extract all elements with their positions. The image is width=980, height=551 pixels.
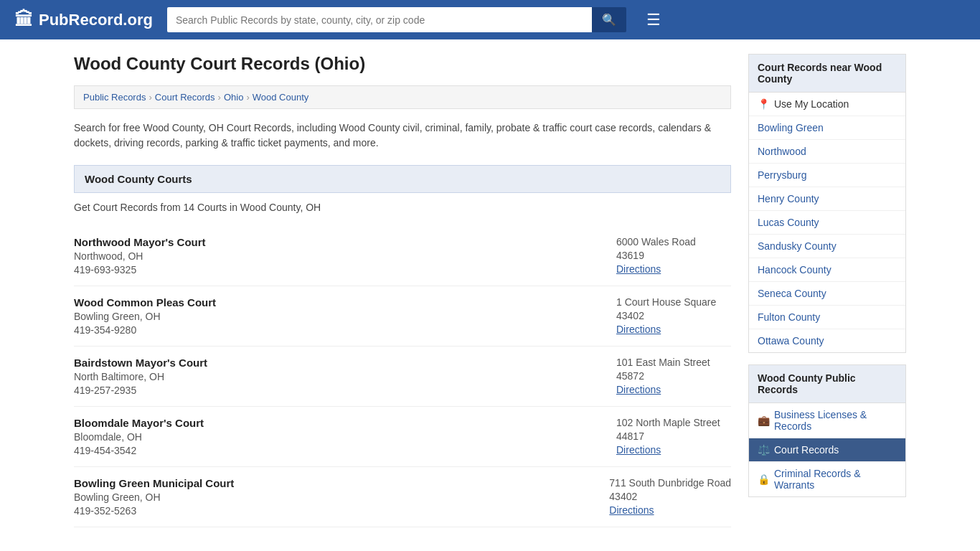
- court-address: 1 Court House Square: [616, 296, 731, 308]
- breadcrumb-ohio[interactable]: Ohio: [224, 92, 243, 103]
- court-zip: 43402: [609, 491, 731, 502]
- court-phone: 419-257-2935: [74, 385, 602, 396]
- nearby-items-list: Bowling GreenNorthwoodPerrysburgHenry Co…: [749, 116, 905, 352]
- court-zip: 43619: [616, 250, 731, 261]
- main-container: Wood County Court Records (Ohio) Public …: [60, 39, 920, 542]
- page-description: Search for free Wood County, OH Court Re…: [74, 121, 731, 151]
- court-left-2: Bairdstown Mayor's Court North Baltimore…: [74, 357, 602, 396]
- court-address: 6000 Wales Road: [616, 236, 731, 248]
- nearby-item-1[interactable]: Northwood: [749, 140, 905, 164]
- court-name: Northwood Mayor's Court: [74, 236, 602, 248]
- breadcrumb-sep-2: ›: [218, 92, 221, 103]
- search-button[interactable]: 🔍: [592, 7, 626, 32]
- public-records-box: Wood County Public Records 💼Business Lic…: [748, 364, 906, 497]
- court-right-4: 711 South Dunbridge Road 43402 Direction…: [595, 477, 731, 517]
- nearby-item-8[interactable]: Fulton County: [749, 306, 905, 329]
- search-form: 🔍: [167, 7, 626, 32]
- court-phone: 419-454-3542: [74, 445, 602, 456]
- nearby-item-6[interactable]: Hancock County: [749, 258, 905, 282]
- public-records-items-list: 💼Business Licenses & Records⚖️Court Reco…: [749, 403, 905, 496]
- breadcrumb: Public Records › Court Records › Ohio › …: [74, 85, 731, 109]
- menu-button[interactable]: ☰: [646, 11, 661, 29]
- logo-icon: 🏛: [14, 9, 33, 31]
- nearby-item-9[interactable]: Ottawa County: [749, 329, 905, 352]
- courts-count: Get Court Records from 14 Courts in Wood…: [74, 202, 731, 213]
- court-left-1: Wood Common Pleas Court Bowling Green, O…: [74, 296, 602, 336]
- search-input[interactable]: [167, 7, 592, 32]
- court-left-0: Northwood Mayor's Court Northwood, OH 41…: [74, 236, 602, 276]
- nearby-item-5[interactable]: Sandusky County: [749, 235, 905, 258]
- court-city: Bowling Green, OH: [74, 311, 602, 322]
- court-city: Bloomdale, OH: [74, 431, 602, 443]
- court-right-3: 102 North Maple Street 44817 Directions: [602, 417, 731, 456]
- public-records-item-1[interactable]: ⚖️Court Records: [749, 438, 905, 462]
- court-name: Wood Common Pleas Court: [74, 296, 602, 309]
- court-name: Bairdstown Mayor's Court: [74, 357, 602, 369]
- site-header: 🏛 PubRecord.org 🔍 ☰: [0, 0, 980, 39]
- use-location-label: Use My Location: [774, 98, 849, 110]
- directions-link[interactable]: Directions: [609, 504, 654, 516]
- court-city: North Baltimore, OH: [74, 371, 602, 382]
- court-phone: 419-354-9280: [74, 324, 602, 336]
- breadcrumb-sep-1: ›: [149, 92, 151, 103]
- sidebar: Court Records near Wood County 📍 Use My …: [748, 54, 906, 527]
- court-entry: Northwood Mayor's Court Northwood, OH 41…: [74, 226, 731, 286]
- pr-label-0: Business Licenses & Records: [774, 409, 897, 432]
- directions-link[interactable]: Directions: [616, 444, 661, 456]
- court-zip: 45872: [616, 370, 731, 382]
- court-city: Bowling Green, OH: [74, 491, 595, 503]
- court-zip: 44817: [616, 430, 731, 442]
- directions-link[interactable]: Directions: [616, 263, 661, 275]
- directions-link[interactable]: Directions: [616, 324, 661, 335]
- court-entry: Wood Common Pleas Court Bowling Green, O…: [74, 286, 731, 347]
- public-records-header: Wood County Public Records: [749, 365, 905, 403]
- pr-icon-1: ⚖️: [758, 444, 770, 456]
- court-zip: 43402: [616, 310, 731, 321]
- pr-label-2: Criminal Records & Warrants: [774, 468, 897, 491]
- breadcrumb-public-records[interactable]: Public Records: [83, 92, 146, 103]
- pr-icon-2: 🔒: [758, 474, 770, 485]
- court-right-0: 6000 Wales Road 43619 Directions: [602, 236, 731, 276]
- court-right-2: 101 East Main Street 45872 Directions: [602, 357, 731, 396]
- content-area: Wood County Court Records (Ohio) Public …: [74, 54, 731, 527]
- courts-section-header: Wood County Courts: [74, 165, 731, 193]
- nearby-header: Court Records near Wood County: [749, 55, 905, 93]
- court-right-1: 1 Court House Square 43402 Directions: [602, 296, 731, 336]
- nearby-item-2[interactable]: Perrysburg: [749, 164, 905, 187]
- public-records-item-0[interactable]: 💼Business Licenses & Records: [749, 403, 905, 438]
- court-left-3: Bloomdale Mayor's Court Bloomdale, OH 41…: [74, 417, 602, 456]
- use-my-location[interactable]: 📍 Use My Location: [749, 93, 905, 116]
- court-left-4: Bowling Green Municipal Court Bowling Gr…: [74, 477, 595, 517]
- court-address: 101 East Main Street: [616, 357, 731, 368]
- court-phone: 419-352-5263: [74, 505, 595, 517]
- court-entry: Bowling Green Municipal Court Bowling Gr…: [74, 467, 731, 527]
- pr-label-1: Court Records: [774, 444, 839, 456]
- nearby-item-7[interactable]: Seneca County: [749, 282, 905, 306]
- directions-link[interactable]: Directions: [616, 384, 661, 395]
- courts-list: Northwood Mayor's Court Northwood, OH 41…: [74, 226, 731, 527]
- site-logo[interactable]: 🏛 PubRecord.org: [14, 9, 153, 31]
- court-name: Bloomdale Mayor's Court: [74, 417, 602, 429]
- court-address: 102 North Maple Street: [616, 417, 731, 428]
- court-name: Bowling Green Municipal Court: [74, 477, 595, 489]
- court-entry: Bloomdale Mayor's Court Bloomdale, OH 41…: [74, 407, 731, 467]
- public-records-item-2[interactable]: 🔒Criminal Records & Warrants: [749, 462, 905, 496]
- pr-icon-0: 💼: [758, 415, 770, 426]
- nearby-box: Court Records near Wood County 📍 Use My …: [748, 54, 906, 353]
- breadcrumb-wood-county[interactable]: Wood County: [253, 92, 309, 103]
- court-phone: 419-693-9325: [74, 264, 602, 276]
- breadcrumb-sep-3: ›: [246, 92, 249, 103]
- location-icon: 📍: [758, 98, 770, 110]
- search-icon: 🔍: [602, 14, 616, 26]
- nearby-item-3[interactable]: Henry County: [749, 187, 905, 211]
- nearby-item-0[interactable]: Bowling Green: [749, 116, 905, 140]
- court-address: 711 South Dunbridge Road: [609, 477, 731, 489]
- nearby-item-4[interactable]: Lucas County: [749, 211, 905, 235]
- breadcrumb-court-records[interactable]: Court Records: [155, 92, 215, 103]
- logo-text: PubRecord.org: [39, 11, 153, 29]
- court-entry: Bairdstown Mayor's Court North Baltimore…: [74, 347, 731, 407]
- court-city: Northwood, OH: [74, 250, 602, 262]
- page-title: Wood County Court Records (Ohio): [74, 54, 731, 74]
